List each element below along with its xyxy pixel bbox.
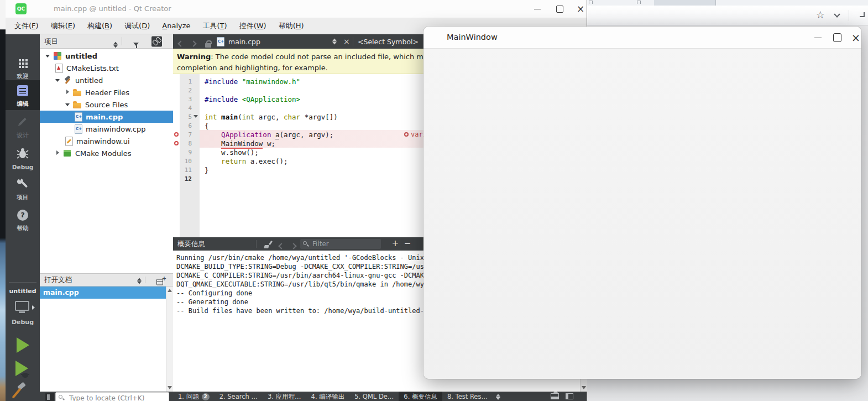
- build-hammer-handle[interactable]: [12, 388, 21, 398]
- code-token: [271, 131, 275, 139]
- split-panel-icon[interactable]: [156, 279, 163, 285]
- output-tab-label: 3. 应用程…: [268, 392, 301, 401]
- zoom-in-icon[interactable]: +: [390, 237, 401, 251]
- tree-item-main-cpp[interactable]: main.cpp: [40, 111, 173, 123]
- output-pane-tabs: 1. 问题22. Search …3. 应用程…4. 编译输出5. QML De…: [173, 392, 501, 401]
- code-token: int: [242, 113, 255, 121]
- zoom-out-icon[interactable]: −: [402, 237, 413, 251]
- browser-tab[interactable]: [654, 0, 716, 6]
- mainwindow-minimize-button[interactable]: [811, 31, 825, 44]
- fold-arrow-icon[interactable]: [194, 115, 198, 118]
- menu-item-tools[interactable]: 工具(T): [197, 18, 233, 34]
- collapsed-arrow-icon[interactable]: [54, 150, 63, 156]
- mainwindow-close-button[interactable]: ×: [849, 31, 863, 44]
- sidebar-mode-projects[interactable]: 项目: [6, 174, 40, 204]
- filter-icon[interactable]: [133, 42, 139, 49]
- error-ring-icon: [404, 132, 409, 137]
- bookmark-star-icon[interactable]: ☆: [816, 9, 825, 21]
- progress-details-icon[interactable]: [45, 393, 54, 401]
- expanded-arrow-icon[interactable]: [54, 77, 63, 83]
- line-number: 3: [180, 96, 192, 103]
- menu-item-edit[interactable]: 编辑(E): [45, 18, 81, 34]
- open-documents-title: 打开文档: [44, 275, 72, 285]
- mode-sidebar: 欢迎编辑设计Debug项目?帮助 untitled Debug: [6, 34, 40, 401]
- mainwindow-titlebar[interactable]: MainWindow ×: [423, 27, 861, 49]
- error-marker-icon: [174, 141, 179, 145]
- link-with-editor-icon[interactable]: [151, 36, 162, 46]
- tree-item-label: untitled: [65, 52, 97, 60]
- clear-output-icon[interactable]: [264, 241, 272, 248]
- document-dropdown-icon[interactable]: [332, 38, 337, 45]
- tree-item-cmake-modules[interactable]: CMake Modules: [40, 147, 173, 159]
- go-forward-icon[interactable]: [190, 40, 196, 46]
- expand-panel-icon[interactable]: [496, 393, 501, 400]
- menu-item-widgets[interactable]: 控件(W): [233, 18, 273, 34]
- run-button[interactable]: [17, 337, 29, 353]
- cpp-file-icon: [216, 37, 225, 46]
- next-item-icon[interactable]: [290, 243, 296, 249]
- mainwindow-maximize-button[interactable]: [830, 31, 844, 44]
- output-tab-8-test-res-[interactable]: 8. Test Res…: [442, 392, 493, 401]
- sidebar-mode-welcome[interactable]: 欢迎: [6, 53, 40, 82]
- output-filter-box[interactable]: [300, 239, 381, 249]
- expanded-arrow-icon[interactable]: [44, 53, 53, 59]
- collapsed-arrow-icon[interactable]: [64, 90, 73, 95]
- code-text: int main(int argc, char *argv[]): [200, 113, 338, 121]
- tree-item-header-files[interactable]: Header Files: [40, 86, 173, 98]
- sidebar-separator: [9, 282, 36, 283]
- output-tab-5-qml-de-[interactable]: 5. QML De…: [349, 392, 399, 401]
- close-button[interactable]: ×: [574, 3, 587, 14]
- tree-item-cmakelists-txt[interactable]: CMakeLists.txt: [40, 62, 173, 74]
- menu-item-build[interactable]: 构建(B): [81, 18, 118, 34]
- minimize-button[interactable]: [531, 3, 544, 14]
- sidebar-mode-help[interactable]: ?帮助: [6, 205, 40, 235]
- close-document-icon[interactable]: ×: [343, 37, 350, 46]
- output-tab-2-search-[interactable]: 2. Search …: [215, 392, 263, 401]
- output-tab-4-[interactable]: 4. 编译输出: [306, 392, 350, 401]
- lock-icon[interactable]: [205, 43, 211, 48]
- output-tab-3-[interactable]: 3. 应用程…: [263, 392, 306, 401]
- menu-item-analyze[interactable]: Analyze: [156, 18, 196, 34]
- sidebar-mode-edit[interactable]: 编辑: [6, 80, 40, 110]
- panel-switch-icon[interactable]: [113, 41, 118, 48]
- open-documents-scrollbar[interactable]: [166, 287, 173, 392]
- output-tab-6-[interactable]: 6. 概要信息: [399, 392, 442, 401]
- locator-input[interactable]: [55, 392, 169, 401]
- cmake-icon: [54, 64, 64, 72]
- sidebar-mode-debug[interactable]: Debug: [6, 143, 40, 173]
- kit-selector-monitor-icon[interactable]: [15, 301, 29, 311]
- tree-item-mainwindow-cpp[interactable]: mainwindow.cpp: [40, 123, 173, 135]
- corner-arrow-icon[interactable]: [860, 12, 865, 17]
- panel-switch-icon[interactable]: [137, 278, 142, 285]
- menu-item-debug[interactable]: 调试(D): [118, 18, 156, 34]
- expanded-arrow-icon[interactable]: [64, 102, 73, 107]
- scroll-down-icon[interactable]: [168, 386, 172, 389]
- output-tab-1-[interactable]: 1. 问题2: [173, 392, 215, 401]
- open-documents-list: main.cpp: [40, 287, 173, 392]
- maximize-output-pane-icon[interactable]: [551, 393, 559, 399]
- kit-selector-arrow-icon[interactable]: [32, 305, 35, 310]
- previous-item-icon[interactable]: [278, 243, 284, 249]
- open-document-item[interactable]: main.cpp: [40, 287, 173, 299]
- scroll-down-icon[interactable]: [582, 386, 586, 389]
- design-icon: [17, 116, 29, 128]
- sidebar-mode-label: 欢迎: [6, 72, 40, 80]
- scroll-up-icon[interactable]: [168, 289, 172, 292]
- tree-item-untitled[interactable]: untitled: [40, 50, 173, 62]
- tree-item-label: mainwindow.ui: [76, 137, 130, 145]
- filter-input[interactable]: [312, 240, 373, 248]
- menu-item-file[interactable]: 文件(F): [8, 18, 45, 34]
- chevron-down-icon[interactable]: [834, 11, 840, 17]
- code-token: [217, 113, 222, 121]
- go-back-icon[interactable]: [177, 40, 184, 46]
- maximize-button[interactable]: [553, 3, 566, 14]
- tree-item-source-files[interactable]: Source Files: [40, 98, 173, 111]
- menu-item-help[interactable]: 帮助(H): [273, 18, 310, 34]
- tree-item-mainwindow-ui[interactable]: mainwindow.ui: [40, 135, 173, 147]
- toggle-right-sidebar-icon[interactable]: [566, 393, 573, 399]
- tree-item-untitled[interactable]: untitled: [40, 74, 173, 86]
- open-file-name[interactable]: main.cpp: [228, 38, 260, 46]
- code-text: #include <QApplication>: [200, 95, 300, 103]
- sidebar-mode-design[interactable]: 设计: [6, 112, 40, 142]
- symbol-selector[interactable]: <Select Symbol>: [358, 38, 419, 46]
